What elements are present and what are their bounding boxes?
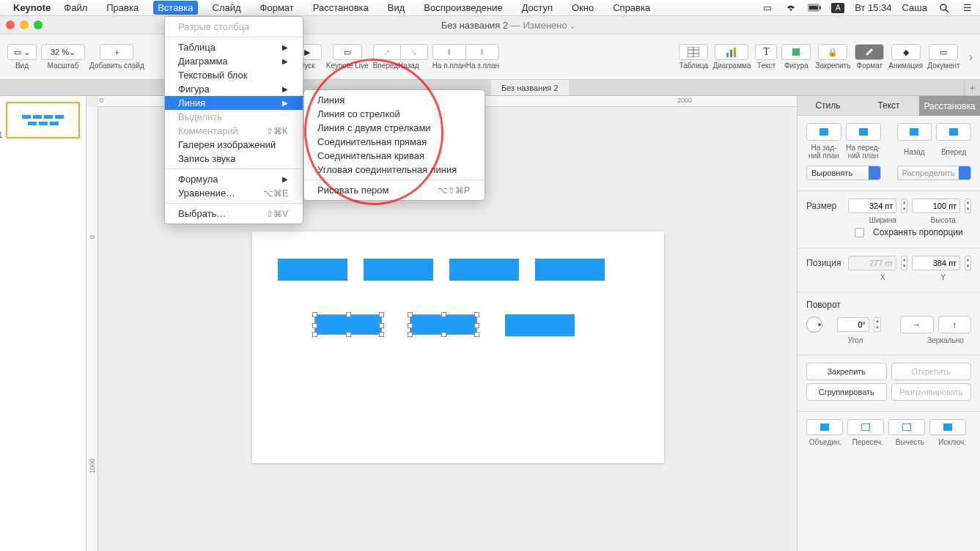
tab-text[interactable]: Текст (858, 96, 919, 116)
shape-button[interactable] (781, 44, 811, 60)
submenu-line-double-arrow[interactable]: Линия с двумя стрелками (304, 121, 485, 135)
rotation-wheel[interactable] (806, 317, 822, 333)
x-input[interactable] (848, 256, 896, 270)
menu-file[interactable]: Файл (59, 1, 92, 15)
app-name[interactable]: Keynote (13, 2, 51, 13)
submenu-connect-curve[interactable]: Соединительная кривая (304, 149, 485, 163)
submenu-line[interactable]: Линия (304, 93, 485, 107)
menu-view[interactable]: Вид (383, 1, 410, 15)
menu-chart[interactable]: Диаграмма▶ (165, 54, 303, 68)
animation-button[interactable]: ◆ (891, 44, 921, 60)
menu-line[interactable]: Линия▶ (165, 96, 303, 110)
group-btn[interactable]: Сгруппировать (806, 383, 887, 401)
lock-button[interactable]: 🔒 (818, 44, 847, 60)
shape-selected[interactable] (410, 314, 477, 335)
y-stepper[interactable]: ▲▼ (965, 256, 971, 270)
exclude-button[interactable] (929, 419, 966, 435)
document-button[interactable]: ▭ (929, 44, 958, 60)
menu-slide[interactable]: Слайд (208, 1, 246, 15)
add-slide-button[interactable]: ＋ (100, 44, 133, 60)
menu-format[interactable]: Формат (256, 1, 298, 15)
menu-help[interactable]: Справка (608, 1, 655, 15)
x-stepper[interactable]: ▲▼ (901, 256, 907, 270)
menu-record-audio[interactable]: Запись звука (165, 152, 303, 166)
menu-edit[interactable]: Правка (102, 1, 143, 15)
menu-share[interactable]: Доступ (517, 1, 557, 15)
menu-textbox[interactable]: Текстовый блок (165, 68, 303, 82)
new-tab-button[interactable]: ＋ (964, 80, 980, 95)
flip-v-button[interactable]: ↑ (938, 316, 972, 333)
username[interactable]: Саша (902, 2, 927, 13)
tab-style[interactable]: Стиль (797, 96, 858, 116)
keynote-live-button[interactable]: ▭ (333, 44, 362, 60)
table-button[interactable] (679, 44, 708, 60)
menu-gallery[interactable]: Галерея изображений (165, 138, 303, 152)
menu-window[interactable]: Окно (567, 1, 598, 15)
menu-equation[interactable]: Уравнение…⌥⌘E (165, 186, 303, 200)
chart-button[interactable] (715, 44, 748, 60)
menu-formula[interactable]: Формула▶ (165, 172, 303, 186)
shape[interactable] (505, 314, 575, 336)
shape[interactable] (449, 259, 519, 281)
line-submenu[interactable]: Линия Линия со стрелкой Линия с двумя ст… (303, 89, 485, 201)
menu-choose[interactable]: Выбрать…⇧⌘V (165, 207, 303, 221)
format-button[interactable] (855, 44, 884, 60)
tab-arrange[interactable]: Расстановка (919, 96, 980, 116)
shape[interactable] (535, 259, 605, 281)
align-select[interactable]: Выровнять (806, 166, 881, 180)
menu-insert[interactable]: Вставка (153, 1, 197, 15)
flip-h-button[interactable]: → (900, 316, 934, 333)
submenu-connect-angle[interactable]: Угловая соединительная линия (304, 163, 485, 177)
subtract-button[interactable] (888, 419, 925, 435)
to-front-button[interactable]: ⬆ (432, 44, 466, 60)
shape[interactable] (364, 259, 433, 281)
intersect-button[interactable] (847, 419, 884, 435)
menu-table[interactable]: Таблица▶ (165, 40, 303, 54)
lang-icon[interactable]: А (831, 3, 844, 13)
text-button[interactable]: T (755, 44, 777, 60)
battery-icon[interactable] (808, 3, 821, 13)
traffic-lights[interactable] (6, 21, 43, 29)
forward-one-button[interactable] (936, 123, 971, 141)
airplay-icon[interactable]: ▭ (761, 3, 774, 13)
slide-canvas[interactable] (252, 232, 664, 463)
angle-stepper[interactable]: ▲▼ (874, 317, 881, 332)
lock-btn[interactable]: Закрепить (806, 363, 887, 380)
search-icon[interactable] (937, 3, 951, 13)
keep-ratio-checkbox[interactable] (855, 228, 864, 237)
bring-to-front-button[interactable] (846, 123, 881, 141)
zoom-select[interactable]: 32 % ⌄ (41, 44, 85, 60)
width-stepper[interactable]: ▲▼ (901, 199, 907, 213)
submenu-draw-pen[interactable]: Рисовать пером⌥⇧⌘P (304, 183, 485, 197)
height-input[interactable] (912, 199, 960, 213)
menu-arrange[interactable]: Расстановка (309, 1, 373, 15)
width-input[interactable] (848, 199, 896, 213)
menu-play[interactable]: Воспроизведение (419, 1, 506, 15)
doc-tab[interactable]: Без названия 2 (491, 80, 569, 95)
submenu-connect-straight[interactable]: Соединительная прямая (304, 135, 485, 149)
insert-menu[interactable]: Разрыв столбца Таблица▶ Диаграмма▶ Текст… (164, 16, 303, 224)
shape[interactable] (278, 259, 347, 281)
submenu-line-arrow[interactable]: Линия со стрелкой (304, 107, 485, 121)
send-to-back-button[interactable] (806, 123, 841, 141)
y-input[interactable] (912, 256, 960, 270)
toolbar-overflow[interactable]: › (969, 51, 973, 64)
menu-shape[interactable]: Фигура▶ (165, 82, 303, 96)
back-button[interactable]: ↘ (400, 44, 428, 60)
minimize-window[interactable] (20, 21, 29, 29)
clock[interactable]: Вт 15:34 (855, 2, 891, 13)
view-button[interactable]: ▭ ⌄ (7, 44, 37, 60)
unite-button[interactable] (806, 419, 843, 435)
to-back-button[interactable]: ⬇ (465, 44, 499, 60)
height-stepper[interactable]: ▲▼ (965, 199, 971, 213)
slide-thumbnail[interactable]: 1 (6, 102, 80, 138)
menu-icon[interactable]: ☰ (961, 3, 974, 13)
angle-input[interactable] (837, 317, 869, 332)
back-one-button[interactable] (897, 123, 932, 141)
close-window[interactable] (6, 21, 15, 29)
zoom-window[interactable] (34, 21, 43, 29)
wifi-icon[interactable] (784, 3, 797, 13)
shape-selected[interactable] (314, 314, 382, 335)
distribute-select[interactable]: Распределить (897, 166, 972, 180)
forward-button[interactable]: ↗ (373, 44, 401, 60)
